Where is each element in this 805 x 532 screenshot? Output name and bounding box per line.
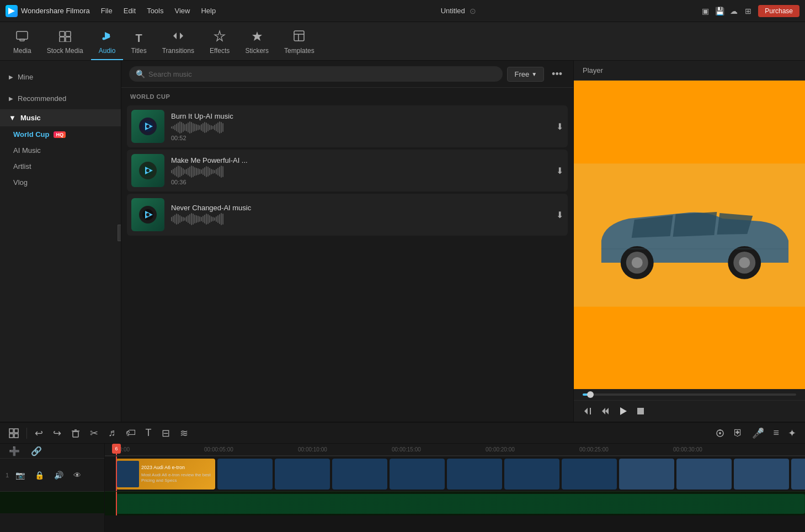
- grid-view-button[interactable]: [6, 427, 22, 440]
- track-volume-button[interactable]: 🔊: [51, 469, 67, 481]
- video-clip-2[interactable]: [217, 459, 273, 490]
- audio-button[interactable]: ♬: [105, 425, 119, 440]
- svg-rect-38: [14, 429, 18, 433]
- video-clip-5[interactable]: [390, 459, 445, 490]
- delete-button[interactable]: [68, 427, 83, 439]
- cut-button[interactable]: ✂: [87, 425, 102, 441]
- more-options-button[interactable]: •••: [548, 68, 566, 80]
- menu-view[interactable]: View: [174, 7, 190, 15]
- music-thumb-1: [131, 110, 164, 143]
- video-clip-first[interactable]: 2023 Audi A6 e-tron Most Audi A6 e-tron …: [116, 459, 215, 490]
- tag-button[interactable]: 🏷: [122, 425, 139, 440]
- download-button-1[interactable]: ⬇: [556, 121, 563, 132]
- text-overlay-button[interactable]: T: [142, 425, 155, 440]
- toolbar-effects-label: Effects: [210, 47, 230, 55]
- transitions-icon: [172, 30, 184, 45]
- vlog-label: Vlog: [13, 178, 28, 187]
- redo-button[interactable]: ↪: [50, 425, 65, 441]
- svg-rect-4: [66, 31, 71, 36]
- menu-help[interactable]: Help: [201, 7, 216, 15]
- video-clip-10[interactable]: [676, 459, 732, 490]
- filter-button[interactable]: Free ▼: [507, 67, 544, 82]
- undo-button[interactable]: ↩: [31, 425, 46, 441]
- sidebar-item-music[interactable]: ▼ Music: [0, 109, 121, 126]
- video-clip-9[interactable]: [619, 459, 674, 490]
- play-button[interactable]: [618, 406, 628, 416]
- menu-edit[interactable]: Edit: [124, 7, 136, 15]
- music-info-2: Make Me Powerful-AI ... 00:36: [171, 156, 550, 185]
- effects-tl-button[interactable]: ✦: [785, 425, 799, 441]
- music-track-1[interactable]: Burn It Up-AI music 00:52 ⬇: [127, 105, 568, 147]
- toolbar-media[interactable]: Media: [6, 25, 39, 60]
- world-cup-label: World Cup: [13, 130, 49, 139]
- layers-button[interactable]: ≡: [770, 425, 782, 441]
- video-clip-4[interactable]: [332, 459, 387, 490]
- music-track-2[interactable]: Make Me Powerful-AI ... 00:36 ⬇: [127, 150, 568, 191]
- sidebar-item-artlist[interactable]: Artlist: [0, 158, 121, 174]
- frame-back-button[interactable]: [600, 406, 610, 416]
- sidebar-collapse-button[interactable]: ‹: [118, 225, 121, 241]
- stock-media-icon: [59, 30, 71, 45]
- render-button[interactable]: [712, 425, 728, 441]
- sidebar-item-world-cup[interactable]: World Cup HQ: [0, 126, 121, 142]
- video-clip-6[interactable]: [447, 459, 502, 490]
- toolbar-templates[interactable]: Templates: [276, 25, 322, 60]
- video-clip-3[interactable]: [275, 459, 330, 490]
- track-visibility-button[interactable]: 👁: [70, 469, 84, 481]
- logo-icon: [6, 5, 18, 17]
- progress-bar[interactable]: [583, 393, 796, 396]
- progress-thumb: [587, 391, 594, 398]
- search-input[interactable]: [148, 70, 496, 78]
- download-button-3[interactable]: ⬇: [556, 210, 563, 220]
- mic-button[interactable]: 🎤: [749, 425, 767, 441]
- video-clip-11[interactable]: [734, 459, 789, 490]
- track-lock-button[interactable]: 🔒: [31, 469, 47, 481]
- timeline-left-panel: ➕ 🔗 1 📷 🔒 🔊 👁: [0, 444, 105, 532]
- music-panel: 🔍 Free ▼ ••• WORLD CUP Burn It Up-AI mus…: [121, 61, 573, 422]
- adjust-button[interactable]: ⊟: [158, 425, 173, 441]
- video-clip-12[interactable]: [791, 459, 805, 490]
- download-button-2[interactable]: ⬇: [556, 166, 563, 176]
- step-back-button[interactable]: [583, 406, 593, 416]
- audio-track: [105, 491, 805, 515]
- video-clip-8[interactable]: [562, 459, 617, 490]
- waveform-2: [171, 167, 550, 177]
- sidebar-item-mine[interactable]: ▶ Mine: [0, 68, 121, 86]
- timeline-toolbar: ↩ ↪ ✂ ♬ 🏷 T ⊟ ≋ ⛨ 🎤 ≡ ✦: [0, 423, 805, 444]
- player-progress-area: [574, 389, 805, 400]
- shield-button[interactable]: ⛨: [730, 425, 747, 441]
- toolbar-stickers[interactable]: Stickers: [237, 25, 276, 60]
- track-camera-button[interactable]: 📷: [12, 469, 28, 481]
- svg-rect-1: [17, 31, 28, 39]
- link-clips-button[interactable]: 🔗: [28, 444, 45, 458]
- menu-file[interactable]: File: [101, 7, 113, 15]
- waveform-3: [171, 214, 550, 224]
- stop-button[interactable]: [636, 406, 646, 416]
- purchase-button[interactable]: Purchase: [758, 5, 799, 17]
- app-name: Wondershare Filmora: [21, 7, 90, 15]
- toolbar-effects[interactable]: Effects: [202, 25, 237, 60]
- sidebar-item-recommended[interactable]: ▶ Recommended: [0, 90, 121, 107]
- toolbar-titles[interactable]: T Titles: [123, 28, 154, 60]
- svg-point-16: [146, 125, 150, 128]
- sidebar-item-ai-music[interactable]: AI Music: [0, 142, 121, 158]
- toolbar-stock-media[interactable]: Stock Media: [39, 25, 91, 60]
- toolbar-transitions[interactable]: Transitions: [154, 25, 202, 60]
- toolbar-audio[interactable]: Audio: [91, 25, 124, 60]
- music-track-3[interactable]: Never Changed-AI music ⬇: [127, 194, 568, 236]
- add-media-button[interactable]: ➕: [6, 444, 23, 458]
- svg-rect-41: [73, 432, 78, 437]
- timeline-right-buttons: ⛨ 🎤 ≡ ✦: [712, 425, 799, 441]
- stickers-icon: [251, 30, 263, 45]
- menu-tools[interactable]: Tools: [147, 7, 163, 15]
- mine-arrow-icon: ▶: [9, 74, 13, 80]
- search-input-wrapper[interactable]: 🔍: [129, 66, 503, 82]
- video-clip-7[interactable]: [504, 459, 559, 490]
- stabilize-button[interactable]: ≋: [177, 425, 191, 441]
- sidebar-item-vlog[interactable]: Vlog: [0, 174, 121, 190]
- titles-icon: T: [135, 32, 142, 45]
- sidebar-section-mine: ▶ Mine: [0, 66, 121, 88]
- project-title: Untitled: [441, 7, 465, 15]
- search-bar: 🔍 Free ▼ •••: [121, 61, 573, 88]
- svg-rect-32: [590, 408, 591, 414]
